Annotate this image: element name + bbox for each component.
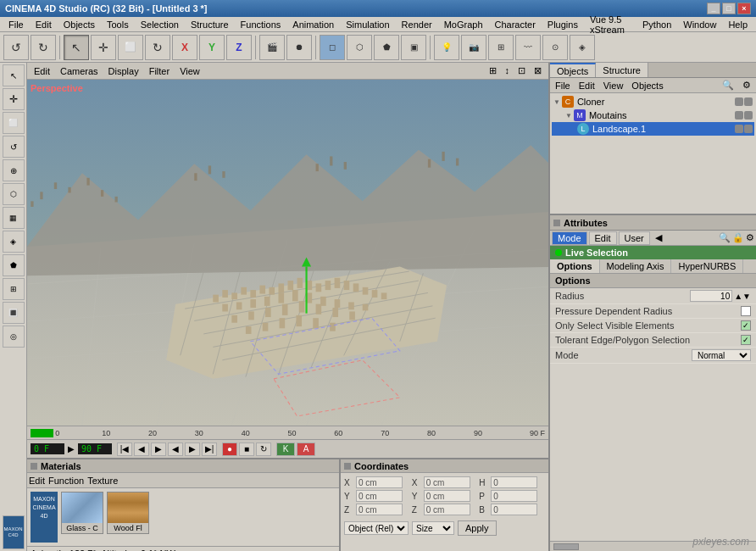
keyframe-btn[interactable]: 🎬 — [259, 35, 285, 60]
sidebar-tool5-btn[interactable]: ⊕ — [3, 159, 25, 181]
menu-render[interactable]: Render — [397, 19, 437, 31]
obj-item-mountains[interactable]: ▼ M Moutains — [552, 109, 754, 122]
polygon-mode-btn[interactable]: ⬡ — [347, 35, 372, 60]
x-size-input[interactable] — [424, 476, 470, 488]
prev-frame-btn[interactable]: ◀ — [134, 442, 149, 456]
sidebar-tool10-btn[interactable]: ⊞ — [3, 278, 25, 300]
point-mode-btn[interactable]: ▣ — [401, 35, 426, 60]
radius-input[interactable] — [690, 290, 732, 302]
scale-tool-btn[interactable]: ⬜ — [118, 35, 143, 60]
light-btn[interactable]: 💡 — [434, 35, 459, 60]
vp-icon-2[interactable]: ↕ — [502, 65, 514, 76]
undo-btn[interactable]: ↺ — [3, 35, 29, 60]
apply-button[interactable]: Apply — [458, 520, 497, 536]
sidebar-tool9-btn[interactable]: ⬟ — [3, 254, 25, 276]
tolerant-checkbox[interactable]: ✓ — [741, 335, 751, 345]
visible-checkbox[interactable]: ✓ — [741, 320, 751, 331]
menu-functions[interactable]: Functions — [236, 19, 286, 31]
attr-user-btn[interactable]: User — [619, 231, 650, 245]
vp-cameras-menu[interactable]: Cameras — [57, 66, 102, 76]
mountains-dot2[interactable] — [744, 111, 753, 120]
z-pos-input[interactable] — [356, 504, 403, 515]
attr-mode-btn[interactable]: Mode — [552, 231, 587, 245]
y-size-input[interactable] — [424, 490, 470, 502]
object-mode-btn[interactable]: ◻ — [320, 35, 345, 60]
move-tool-btn[interactable]: ✛ — [91, 35, 116, 60]
attr-settings-icon[interactable]: ⚙ — [746, 232, 754, 243]
menu-character[interactable]: Character — [490, 19, 541, 31]
obj-edit-menu[interactable]: Edit — [575, 81, 598, 91]
generator-btn[interactable]: ⊙ — [542, 35, 568, 60]
rotate-tool-btn[interactable]: ↻ — [145, 35, 170, 60]
h-input[interactable] — [491, 476, 537, 488]
cloner-expand-arrow[interactable]: ▼ — [553, 98, 560, 106]
menu-window[interactable]: Window — [678, 19, 721, 31]
window-controls[interactable]: _ □ × — [707, 3, 751, 14]
sidebar-scale-btn[interactable]: ⬜ — [3, 112, 25, 134]
obj-item-cloner[interactable]: ▼ C Cloner — [552, 95, 754, 109]
menu-python[interactable]: Python — [637, 19, 676, 31]
select-tool-btn[interactable]: ↖ — [64, 35, 89, 60]
vp-edit-menu[interactable]: Edit — [31, 66, 53, 76]
menu-help[interactable]: Help — [723, 19, 753, 31]
menu-file[interactable]: File — [3, 19, 29, 31]
frame-end-input[interactable]: 90 F — [78, 443, 112, 454]
play-reverse-btn[interactable]: ◀ — [168, 442, 183, 456]
scrollbar-thumb[interactable] — [553, 543, 579, 550]
go-start-btn[interactable]: |◀ — [117, 442, 132, 456]
sidebar-rotate-btn[interactable]: ↺ — [3, 136, 25, 158]
p-input[interactable] — [491, 490, 537, 502]
pressure-checkbox[interactable] — [741, 306, 751, 316]
sidebar-tool7-btn[interactable]: ▦ — [3, 207, 25, 229]
maximize-btn[interactable]: □ — [722, 3, 736, 14]
deformer-btn[interactable]: ◈ — [570, 35, 595, 60]
menu-plugins[interactable]: Plugins — [542, 19, 583, 31]
z-size-input[interactable] — [424, 504, 470, 515]
mat-edit-menu[interactable]: Edit — [29, 476, 45, 486]
landscape1-dot2[interactable] — [744, 125, 753, 133]
menu-animation[interactable]: Animation — [287, 19, 339, 31]
radius-stepper[interactable]: ▲▼ — [734, 292, 751, 301]
cloner-dot1[interactable] — [735, 97, 743, 106]
record-btn[interactable]: ● — [222, 442, 237, 456]
b-input[interactable] — [491, 504, 537, 515]
structure-tab[interactable]: Structure — [596, 63, 648, 77]
transform-z-btn[interactable]: Z — [226, 35, 252, 60]
material-glass[interactable]: Glass - C — [61, 492, 103, 534]
transform-x-btn[interactable]: X — [172, 35, 197, 60]
sidebar-move-btn[interactable]: ✛ — [3, 88, 25, 110]
y-pos-input[interactable] — [356, 490, 403, 502]
attr-lock-icon[interactable]: 🔒 — [732, 232, 744, 243]
go-end-btn[interactable]: ▶| — [202, 442, 217, 456]
landscape1-dot1[interactable] — [735, 125, 743, 133]
cloner-dot2[interactable] — [744, 97, 753, 106]
attr-edit-btn[interactable]: Edit — [589, 231, 617, 245]
vp-icon-4[interactable]: ⊠ — [531, 65, 545, 76]
obj-search-icon[interactable]: 🔍 — [719, 80, 737, 91]
material-wood[interactable]: Wood Fl — [107, 492, 149, 534]
obj-filter-icon[interactable]: ⚙ — [739, 80, 754, 91]
vp-filter-menu[interactable]: Filter — [146, 66, 173, 76]
edge-mode-btn[interactable]: ⬟ — [374, 35, 399, 60]
hypernurbs-tab[interactable]: HyperNURBS — [671, 259, 743, 273]
menu-structure[interactable]: Structure — [186, 19, 234, 31]
menu-selection[interactable]: Selection — [136, 19, 184, 31]
vp-icon-1[interactable]: ⊞ — [486, 65, 500, 76]
menu-edit[interactable]: Edit — [31, 19, 57, 31]
array-btn[interactable]: ⊞ — [488, 35, 514, 60]
objects-tab[interactable]: Objects — [550, 63, 596, 77]
vp-view-menu[interactable]: View — [176, 66, 203, 76]
sidebar-tool8-btn[interactable]: ◈ — [3, 231, 25, 253]
mode-select[interactable]: Normal — [692, 349, 751, 361]
stop-btn[interactable]: ■ — [239, 442, 254, 456]
obj-file-menu[interactable]: File — [552, 81, 574, 91]
next-frame-btn[interactable]: ▶ — [185, 442, 200, 456]
transform-y-btn[interactable]: Y — [199, 35, 225, 60]
obj-item-landscape1[interactable]: L Landscape.1 — [552, 122, 754, 136]
spline-btn[interactable]: 〰 — [515, 35, 541, 60]
auto-key-btn[interactable]: A — [297, 442, 315, 456]
camera-btn[interactable]: 📷 — [461, 35, 486, 60]
close-btn[interactable]: × — [737, 3, 751, 14]
vp-icon-3[interactable]: ⊡ — [514, 65, 529, 76]
obj-objects-menu[interactable]: Objects — [628, 81, 666, 91]
